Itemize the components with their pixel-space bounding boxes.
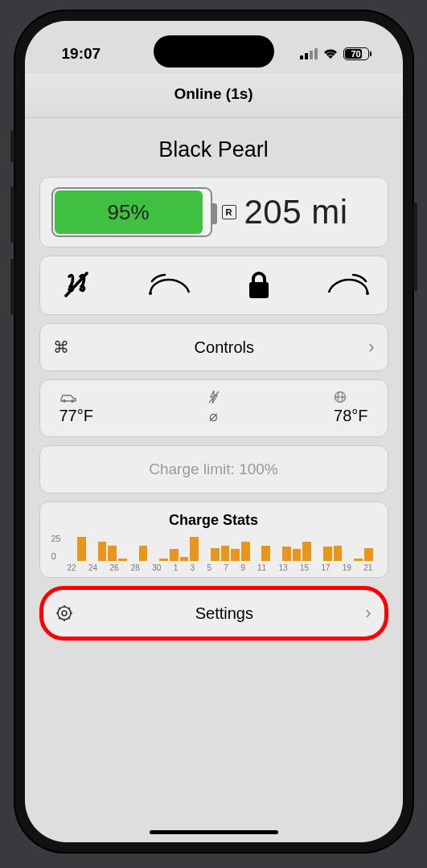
settings-row-highlight: Settings ›	[39, 586, 388, 641]
svg-point-1	[149, 292, 152, 295]
online-status: Online (1s)	[174, 85, 253, 102]
battery-percent: 95%	[55, 190, 203, 234]
dynamic-island	[154, 35, 274, 68]
svg-rect-2	[249, 282, 269, 298]
gear-icon	[56, 605, 84, 621]
controls-label: Controls	[80, 338, 369, 357]
charge-stats-title: Charge Stats	[51, 512, 376, 529]
page-header: Online (1s)	[25, 74, 403, 118]
battery-bar: 95%	[51, 187, 212, 237]
controls-row[interactable]: ⌘ Controls ›	[39, 323, 388, 371]
svg-point-5	[71, 399, 74, 403]
vehicle-name: Black Pearl	[39, 118, 388, 177]
charge-rate: ⌀	[208, 407, 220, 425]
command-icon: ⌘	[53, 338, 80, 357]
temperature-card[interactable]: 77°F ⌀ 78°F	[39, 379, 388, 437]
interior-temp: 77°F	[60, 407, 93, 425]
cellular-signal-icon	[300, 48, 318, 59]
battery-range-card[interactable]: 95% R 205 mi	[39, 177, 388, 248]
chevron-right-icon: ›	[368, 337, 374, 358]
chevron-right-icon: ›	[365, 603, 371, 624]
globe-icon	[334, 391, 367, 403]
phone-battery-icon: 70	[343, 47, 369, 60]
status-time: 19:07	[62, 45, 101, 63]
trunk-button[interactable]	[325, 273, 373, 297]
exterior-temp: 78°F	[334, 407, 367, 425]
settings-row[interactable]: Settings ›	[43, 590, 384, 637]
range-value: 205 mi	[244, 193, 348, 231]
lock-button[interactable]	[235, 271, 283, 300]
screen: 19:07 70 Online (1s) Black Pearl 95% R 2…	[25, 21, 403, 842]
svg-point-3	[366, 292, 369, 295]
wifi-icon	[322, 48, 339, 60]
y-tick: 0	[51, 551, 56, 561]
flash-off-icon	[208, 390, 220, 404]
y-tick: 25	[51, 534, 61, 543]
home-indicator[interactable]	[150, 830, 278, 834]
climate-off-button[interactable]	[55, 272, 103, 299]
charge-stats-chart: 25 0 222426283013579111315171921	[51, 534, 376, 571]
frunk-button[interactable]	[145, 273, 193, 297]
svg-point-11	[62, 611, 67, 616]
svg-point-4	[63, 399, 66, 403]
settings-label: Settings	[84, 604, 366, 623]
charge-limit-text: Charge limit: 100%	[149, 461, 278, 477]
quick-actions-card	[39, 256, 388, 315]
charge-limit-card[interactable]: Charge limit: 100%	[39, 445, 388, 493]
rated-badge: R	[222, 205, 236, 219]
car-icon	[60, 392, 93, 403]
charge-stats-card[interactable]: Charge Stats 25 0 2224262830135791113151…	[39, 502, 388, 578]
